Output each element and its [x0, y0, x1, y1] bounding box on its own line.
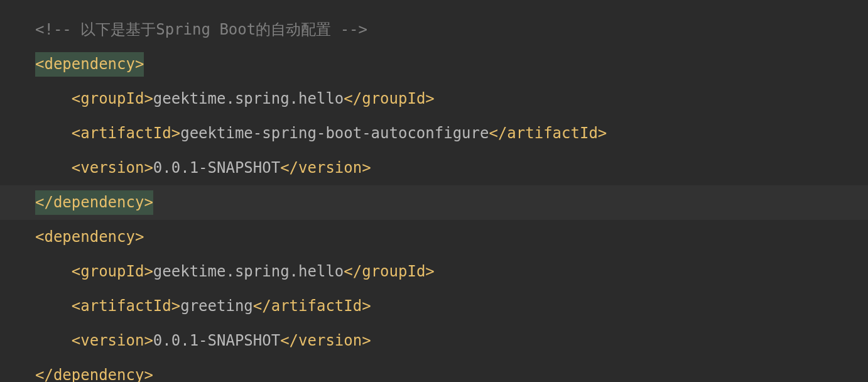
xml-tag-groupid-open: <groupId> — [72, 87, 153, 111]
xml-tag-groupid-open: <groupId> — [72, 259, 153, 283]
xml-tag-artifactid-open: <artifactId> — [72, 294, 180, 318]
code-line-dep1-close-current: </dependency> — [0, 185, 868, 220]
code-line-dep2-groupid: <groupId>geektime.spring.hello</groupId> — [35, 254, 868, 289]
xml-text-groupid: geektime.spring.hello — [153, 259, 344, 283]
code-line-dep1-version: <version>0.0.1-SNAPSHOT</version> — [35, 151, 868, 185]
xml-comment: <!-- 以下是基于Spring Boot的自动配置 --> — [35, 18, 367, 41]
xml-tag-dependency-close: </dependency> — [35, 363, 153, 382]
code-line-comment: <!-- 以下是基于Spring Boot的自动配置 --> — [35, 13, 868, 47]
xml-tag-version-open: <version> — [72, 329, 153, 352]
xml-tag-artifactid-close: </artifactId> — [253, 294, 371, 318]
xml-tag-artifactid-open: <artifactId> — [72, 121, 180, 145]
code-line-dep1-open: <dependency> — [35, 47, 868, 82]
xml-tag-dependency-close: </dependency> — [35, 190, 153, 214]
code-line-dep1-artifactid: <artifactId>geektime-spring-boot-autocon… — [35, 116, 868, 151]
xml-tag-artifactid-close: </artifactId> — [489, 121, 607, 145]
xml-tag-groupid-close: </groupId> — [344, 259, 435, 283]
xml-text-version: 0.0.1-SNAPSHOT — [153, 156, 280, 180]
xml-text-version: 0.0.1-SNAPSHOT — [153, 329, 280, 352]
xml-text-artifactid: geektime-spring-boot-autoconfigure — [180, 121, 489, 145]
code-line-dep1-groupid: <groupId>geektime.spring.hello</groupId> — [35, 82, 868, 116]
xml-tag-version-open: <version> — [72, 156, 153, 180]
xml-tag-dependency-open: <dependency> — [35, 52, 144, 76]
code-line-dep2-version: <version>0.0.1-SNAPSHOT</version> — [35, 324, 868, 358]
code-editor[interactable]: <!-- 以下是基于Spring Boot的自动配置 --> <dependen… — [35, 13, 868, 382]
xml-tag-version-close: </version> — [280, 156, 371, 180]
xml-tag-groupid-close: </groupId> — [344, 87, 435, 111]
code-line-dep2-close: </dependency> — [35, 358, 868, 382]
xml-text-artifactid: greeting — [180, 294, 253, 318]
code-line-dep2-open: <dependency> — [35, 220, 868, 254]
code-line-dep2-artifactid: <artifactId>greeting</artifactId> — [35, 289, 868, 324]
xml-tag-version-close: </version> — [280, 329, 371, 352]
xml-text-groupid: geektime.spring.hello — [153, 87, 344, 111]
xml-tag-dependency-open: <dependency> — [35, 225, 144, 249]
